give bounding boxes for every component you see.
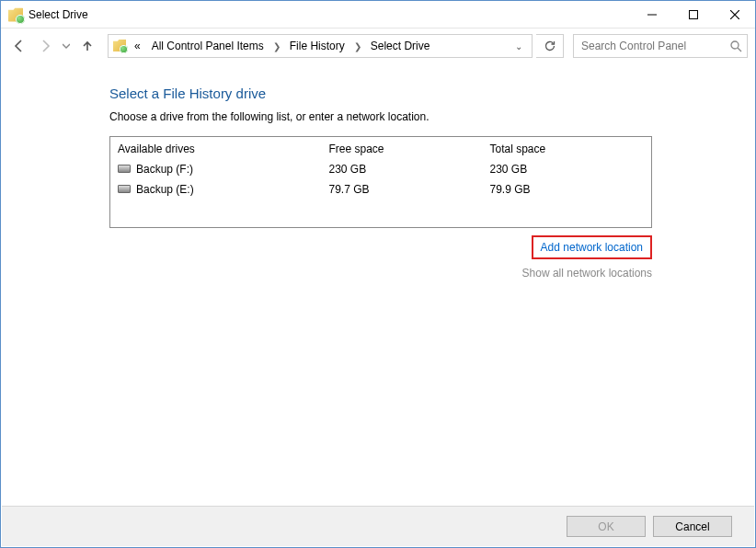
- drive-total: 79.9 GB: [483, 178, 652, 228]
- ok-button[interactable]: OK: [567, 516, 646, 537]
- back-button[interactable]: [8, 35, 30, 57]
- drive-free: 230 GB: [322, 158, 483, 178]
- col-header-total[interactable]: Total space: [483, 137, 652, 159]
- search-icon[interactable]: [725, 40, 747, 52]
- refresh-button[interactable]: [536, 34, 564, 58]
- breadcrumb-prefix: «: [131, 38, 144, 54]
- navigation-bar: « All Control Panel Items ❯ File History…: [1, 29, 755, 63]
- drive-name: Backup (F:): [136, 163, 193, 176]
- up-button[interactable]: [76, 35, 98, 57]
- chevron-right-icon: ❯: [271, 41, 282, 51]
- table-row[interactable]: Backup (F:) 230 GB 230 GB: [110, 158, 652, 178]
- col-header-drive[interactable]: Available drives: [110, 137, 322, 159]
- drive-total: 230 GB: [483, 158, 652, 178]
- page-subtext: Choose a drive from the following list, …: [109, 110, 755, 123]
- drive-name: Backup (E:): [136, 183, 194, 196]
- chevron-down-icon[interactable]: ⌄: [515, 41, 528, 51]
- svg-rect-1: [689, 10, 697, 18]
- titlebar: Select Drive: [1, 1, 755, 29]
- file-history-icon: [8, 7, 23, 22]
- table-row[interactable]: Backup (E:) 79.7 GB 79.9 GB: [110, 178, 652, 228]
- close-button[interactable]: [714, 1, 755, 29]
- cancel-button[interactable]: Cancel: [653, 516, 732, 537]
- svg-point-4: [731, 41, 739, 49]
- col-header-free[interactable]: Free space: [322, 137, 483, 159]
- window-title: Select Drive: [29, 8, 88, 21]
- minimize-button[interactable]: [631, 1, 672, 29]
- table-header-row: Available drives Free space Total space: [110, 137, 652, 159]
- search-box[interactable]: [573, 34, 748, 58]
- breadcrumb-item[interactable]: All Control Panel Items: [148, 38, 268, 54]
- window-controls: [631, 1, 755, 29]
- drive-icon: [118, 165, 131, 173]
- show-all-network-locations-link[interactable]: Show all network locations: [109, 267, 652, 280]
- breadcrumb-item[interactable]: Select Drive: [367, 38, 434, 54]
- drives-table: Available drives Free space Total space …: [109, 136, 652, 228]
- recent-dropdown-icon[interactable]: [60, 35, 73, 57]
- page-heading: Select a File History drive: [109, 86, 755, 101]
- forward-button[interactable]: [34, 35, 56, 57]
- drive-icon: [118, 185, 131, 193]
- address-bar[interactable]: « All Control Panel Items ❯ File History…: [108, 34, 533, 58]
- search-input[interactable]: [579, 39, 725, 53]
- add-network-location-link[interactable]: Add network location: [541, 241, 643, 254]
- drive-free: 79.7 GB: [322, 178, 483, 228]
- file-history-icon: [112, 38, 127, 55]
- maximize-button[interactable]: [672, 1, 714, 29]
- links-area: Add network location Show all network lo…: [109, 235, 652, 280]
- breadcrumb-item[interactable]: File History: [286, 38, 349, 54]
- add-network-highlight: Add network location: [532, 235, 652, 259]
- dialog-button-bar: OK Cancel: [2, 506, 754, 546]
- main-content: Select a File History drive Choose a dri…: [1, 63, 755, 280]
- chevron-right-icon: ❯: [352, 41, 363, 51]
- svg-line-5: [738, 48, 741, 51]
